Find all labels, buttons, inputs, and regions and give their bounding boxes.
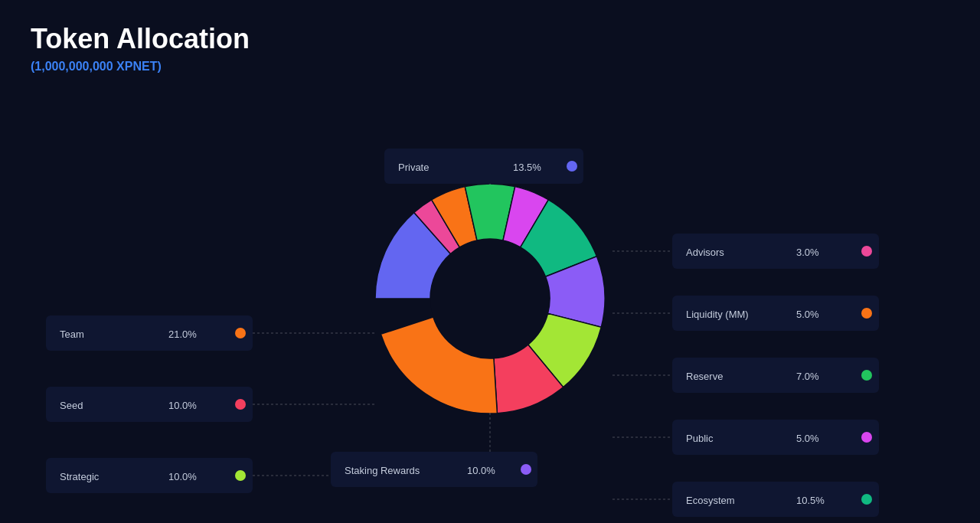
label-advisors-name: Advisors [686, 247, 724, 258]
label-staking-pct: 10.0% [467, 465, 495, 476]
label-liquidity-name: Liquidity (MM) [686, 309, 749, 320]
label-team-pct: 21.0% [168, 329, 197, 340]
label-seed-name: Seed [60, 400, 83, 411]
label-liquidity-pct: 5.0% [796, 309, 819, 320]
label-strategic-pct: 10.0% [168, 471, 197, 482]
page-title: Token Allocation [31, 23, 949, 55]
label-advisors-dot [861, 246, 872, 257]
label-public-name: Public [686, 433, 714, 444]
donut-center [430, 239, 550, 358]
label-private-pct: 13.5% [513, 162, 541, 173]
label-private-dot [567, 161, 577, 172]
label-public-dot [861, 432, 872, 443]
label-seed-dot [235, 399, 246, 410]
label-team-name: Team [60, 329, 84, 340]
label-ecosystem-name: Ecosystem [686, 495, 735, 506]
label-reserve-pct: 7.0% [796, 371, 819, 382]
label-staking-dot [521, 464, 531, 475]
label-advisors-pct: 3.0% [796, 247, 819, 258]
label-team-dot [235, 328, 246, 338]
label-ecosystem-dot [861, 494, 872, 505]
label-seed-pct: 10.0% [168, 400, 197, 411]
label-private-name: Private [398, 162, 429, 173]
label-reserve-dot [861, 370, 872, 381]
label-ecosystem-pct: 10.5% [796, 495, 825, 506]
label-strategic-name: Strategic [60, 471, 100, 482]
label-reserve-name: Reserve [686, 371, 723, 382]
label-liquidity-dot [861, 308, 872, 319]
page-container: Token Allocation (1,000,000,000 XPNET) P… [0, 0, 980, 523]
label-staking-name: Staking Rewards [345, 465, 420, 476]
label-strategic-dot [235, 470, 246, 481]
label-public-pct: 5.0% [796, 433, 819, 444]
chart-svg: Private 13.5% Advisors 3.0% Liquidity (M… [0, 69, 980, 521]
